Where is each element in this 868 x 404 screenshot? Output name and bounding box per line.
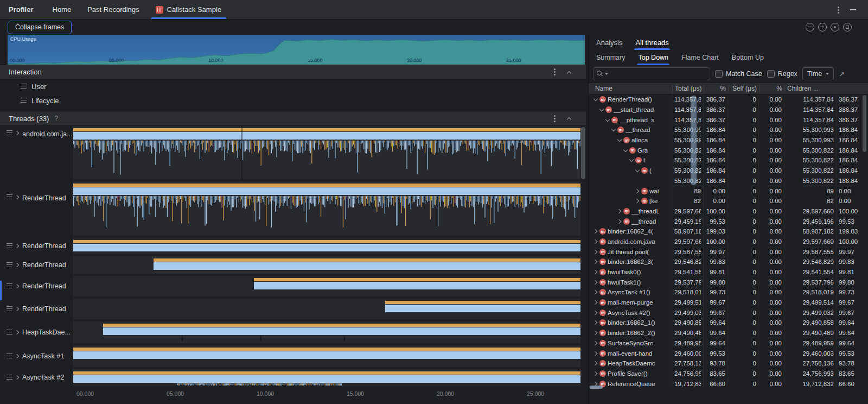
- thread-track[interactable]: [73, 276, 580, 296]
- threads-scrollbar-thumb[interactable]: [581, 127, 585, 179]
- chevron-right-icon[interactable]: [15, 375, 20, 380]
- tab-analysis[interactable]: Analysis: [596, 35, 622, 50]
- cpu-usage-chart[interactable]: CPU Usage 00.00005.00010.00015.00020.000…: [8, 35, 585, 65]
- thread-row[interactable]: android.com.ja...: [0, 126, 586, 179]
- trace-span[interactable]: [73, 184, 580, 195]
- tree-chevron-icon[interactable]: [593, 97, 598, 102]
- table-row[interactable]: m __threadL 29,597,660 100.00 0 0.00 29,…: [589, 206, 868, 217]
- table-row[interactable]: m RenderThread() 114,357,84 386.37 0 0.0…: [589, 94, 868, 105]
- table-row[interactable]: m mali-event-hand 29,460,003 99.53 0 0.0…: [589, 348, 868, 358]
- interaction-row-user[interactable]: User: [0, 79, 586, 93]
- tab-all-threads[interactable]: All threads: [635, 35, 668, 50]
- thread-row[interactable]: AsyncTask #1: [0, 345, 586, 367]
- table-row[interactable]: m wai 89 0.00 0 0.00 89 0.00: [589, 186, 868, 196]
- trace-span[interactable]: [103, 324, 580, 335]
- inner-scrollbar-thumb[interactable]: [691, 96, 697, 185]
- table-row[interactable]: m i 55,300,822 186.84 0 0.00 55,300,822 …: [589, 155, 868, 166]
- table-row[interactable]: m binder:16862_1() 29,490,858 99.64 0 0.…: [589, 318, 868, 328]
- chevron-right-icon[interactable]: [15, 283, 20, 289]
- column-total[interactable]: Total (μs): [672, 85, 704, 92]
- trace-span[interactable]: [154, 258, 580, 270]
- table-row[interactable]: m AsyncTask #1() 29,518,019 99.73 0 0.00…: [589, 287, 868, 298]
- collapse-frames-button[interactable]: Collapse frames: [8, 21, 72, 34]
- tree-chevron-icon[interactable]: [593, 249, 598, 255]
- trace-span[interactable]: [73, 371, 580, 383]
- jump-to-source-icon[interactable]: ↗: [839, 70, 845, 78]
- search-field[interactable]: [593, 67, 710, 80]
- chevron-right-icon[interactable]: [15, 354, 20, 359]
- table-row[interactable]: m __pthread_s 114,357,84 386.37 0 0.00 1…: [589, 115, 868, 125]
- horizontal-scrollbar-thumb[interactable]: [590, 386, 603, 389]
- tree-chevron-icon[interactable]: [617, 219, 622, 224]
- chevron-right-icon[interactable]: [15, 194, 20, 200]
- thread-label[interactable]: RenderThread: [0, 299, 73, 319]
- thread-row[interactable]: HeapTaskDae...: [0, 321, 586, 343]
- table-header[interactable]: Name Total (μs) % Self (μs) % Children .…: [589, 83, 868, 94]
- thread-label[interactable]: android.com.ja...: [0, 126, 73, 179]
- table-row[interactable]: m [ke 82 0.00 0 0.00 82 0.00: [589, 196, 868, 206]
- interaction-row-lifecycle[interactable]: Lifecycle: [0, 93, 586, 108]
- chevron-right-icon[interactable]: [15, 130, 20, 136]
- tree-chevron-icon[interactable]: [617, 209, 622, 214]
- tab-callstack-sample[interactable]: Callstack Sample: [148, 0, 229, 19]
- table-row[interactable]: m Gra 55,300,822 186.84 0 0.00 55,300,82…: [589, 145, 868, 155]
- table-row[interactable]: m binder:16862_4( 58,907,182 199.03 0 0.…: [589, 226, 868, 237]
- chevron-right-icon[interactable]: [15, 330, 20, 335]
- chevron-right-icon[interactable]: [15, 243, 20, 249]
- thread-track[interactable]: [73, 321, 580, 343]
- thread-row[interactable]: RenderThread: [0, 299, 586, 319]
- thread-label[interactable]: RenderThread: [0, 276, 73, 296]
- thread-row[interactable]: RenderThread: [0, 181, 586, 236]
- tree-chevron-icon[interactable]: [593, 310, 598, 315]
- trace-span[interactable]: [385, 301, 580, 312]
- thread-row[interactable]: RenderThread: [0, 256, 586, 274]
- tab-summary[interactable]: Summary: [596, 50, 625, 65]
- thread-row[interactable]: RenderThread: [0, 238, 586, 254]
- match-case-checkbox[interactable]: [715, 70, 723, 78]
- tree-chevron-icon[interactable]: [593, 351, 598, 356]
- thread-label[interactable]: RenderThread: [0, 256, 73, 274]
- tree-chevron-icon[interactable]: [635, 198, 640, 204]
- column-self[interactable]: Self (μs): [728, 85, 759, 92]
- table-row[interactable]: m __thread 55,300,993 186.84 0 0.00 55,3…: [589, 125, 868, 135]
- collapse-section-icon[interactable]: [566, 70, 572, 75]
- table-row[interactable]: m binder:16862_2() 29,490,489 99.64 0 0.…: [589, 328, 868, 338]
- tab-home[interactable]: Home: [44, 0, 80, 19]
- table-row[interactable]: m __thread 29,459,196 99.53 0 0.00 29,45…: [589, 216, 868, 226]
- tree-chevron-icon[interactable]: [593, 259, 598, 264]
- search-input[interactable]: [610, 70, 706, 78]
- collapse-section-icon[interactable]: [566, 116, 572, 121]
- tree-chevron-icon[interactable]: [593, 320, 598, 325]
- tree-chevron-icon[interactable]: [635, 168, 640, 173]
- tab-top-down[interactable]: Top Down: [638, 50, 668, 65]
- thread-track[interactable]: [73, 256, 580, 274]
- thread-track[interactable]: [73, 369, 580, 386]
- threads-header[interactable]: Threads (33) ?: [0, 111, 586, 126]
- trace-span[interactable]: [73, 348, 580, 359]
- tree-chevron-icon[interactable]: [617, 137, 622, 143]
- zoom-to-selection-icon[interactable]: [843, 23, 852, 31]
- table-row[interactable]: m mali-mem-purge 29,499,514 99.67 0 0.00…: [589, 298, 868, 308]
- minimize-icon[interactable]: [850, 9, 856, 10]
- trace-span[interactable]: [254, 278, 580, 289]
- tree-chevron-icon[interactable]: [593, 371, 598, 376]
- search-history-caret-icon[interactable]: [605, 73, 608, 75]
- reset-zoom-icon[interactable]: [831, 23, 839, 31]
- kebab-menu-icon[interactable]: [554, 71, 556, 73]
- tree-chevron-icon[interactable]: [593, 269, 598, 275]
- column-children[interactable]: Children ...: [784, 85, 868, 92]
- tree-chevron-icon[interactable]: [641, 178, 646, 184]
- thread-row[interactable]: AsyncTask #2: [0, 369, 586, 386]
- tree-chevron-icon[interactable]: [593, 229, 598, 234]
- thread-track[interactable]: [73, 181, 580, 236]
- tree-chevron-icon[interactable]: [611, 127, 616, 132]
- thread-track[interactable]: [73, 299, 580, 319]
- column-name[interactable]: Name: [593, 85, 672, 92]
- table-row[interactable]: m ReferenceQueue 19,712,832 66.60 0 0.00…: [589, 378, 868, 389]
- thread-label[interactable]: AsyncTask #2: [0, 369, 73, 386]
- thread-row[interactable]: RenderThread: [0, 276, 586, 296]
- table-row[interactable]: m alloca 55,300,993 186.84 0 0.00 55,300…: [589, 135, 868, 146]
- column-self-percent[interactable]: %: [759, 85, 784, 92]
- tree-chevron-icon[interactable]: [593, 361, 598, 366]
- tab-past-recordings[interactable]: Past Recordings: [79, 0, 147, 19]
